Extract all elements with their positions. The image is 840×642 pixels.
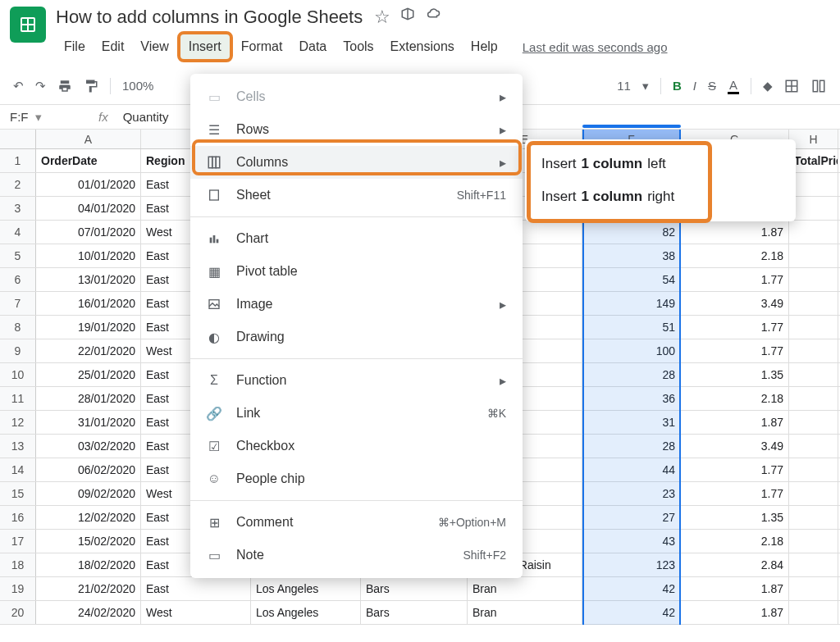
row-header[interactable]: 6 <box>0 268 36 291</box>
cell[interactable]: 07/01/2020 <box>36 221 141 244</box>
row-header[interactable]: 8 <box>0 316 36 339</box>
menu-edit[interactable]: Edit <box>94 34 133 59</box>
row-header[interactable]: 1 <box>0 149 36 172</box>
row-header[interactable]: 18 <box>0 553 36 576</box>
cell[interactable]: 3.49 <box>681 435 789 458</box>
cell[interactable]: 149 <box>582 292 681 315</box>
menu-image[interactable]: Image ▸ <box>190 288 523 321</box>
menu-chart[interactable]: Chart <box>190 222 523 255</box>
cell[interactable]: 12/02/2020 <box>36 506 141 529</box>
merge-icon[interactable] <box>810 79 827 93</box>
menu-checkbox[interactable]: ☑ Checkbox <box>190 430 523 462</box>
cell[interactable]: 123 <box>582 553 681 576</box>
row-header[interactable]: 14 <box>0 458 36 481</box>
cell[interactable]: 24/02/2020 <box>36 601 141 624</box>
row-header[interactable]: 15 <box>0 482 36 505</box>
cell[interactable]: 38 <box>582 244 681 267</box>
strike-button[interactable]: S <box>708 79 716 93</box>
corner[interactable] <box>0 130 36 148</box>
cell[interactable]: 2.18 <box>681 387 789 410</box>
menu-people-chip[interactable]: ☺ People chip <box>190 462 523 495</box>
zoom[interactable]: 100% <box>122 79 153 93</box>
cell[interactable]: 42 <box>582 601 681 624</box>
cell[interactable]: 31/01/2020 <box>36 411 141 434</box>
cell[interactable]: 82 <box>582 221 681 244</box>
cell[interactable]: 19/01/2020 <box>36 316 141 339</box>
cell[interactable]: 04/01/2020 <box>36 197 141 220</box>
cell[interactable]: 1.87 <box>681 411 789 434</box>
cloud-icon[interactable] <box>425 7 441 28</box>
cell[interactable]: 1.77 <box>681 482 789 505</box>
cell[interactable]: 44 <box>582 458 681 481</box>
row-header[interactable]: 5 <box>0 244 36 267</box>
menu-note[interactable]: ▭ Note Shift+F2 <box>190 539 523 571</box>
cell[interactable]: Los Angeles <box>251 577 361 600</box>
cell[interactable]: Bars <box>361 577 468 600</box>
cell[interactable]: 09/02/2020 <box>36 482 141 505</box>
cell[interactable]: 28/01/2020 <box>36 387 141 410</box>
row-header[interactable]: 10 <box>0 363 36 386</box>
cell[interactable] <box>789 530 838 553</box>
star-icon[interactable]: ☆ <box>374 7 390 28</box>
cell[interactable] <box>789 316 838 339</box>
row-header[interactable]: 17 <box>0 530 36 553</box>
cell[interactable]: Los Angeles <box>251 601 361 624</box>
cell[interactable]: 1.87 <box>681 601 789 624</box>
cell[interactable]: 27 <box>582 506 681 529</box>
formula-bar[interactable]: Quantity <box>116 110 176 124</box>
cell[interactable] <box>789 458 838 481</box>
italic-button[interactable]: I <box>693 79 696 93</box>
row-header[interactable]: 19 <box>0 577 36 600</box>
cell[interactable]: 1.77 <box>681 316 789 339</box>
borders-icon[interactable] <box>784 79 799 93</box>
cell[interactable] <box>789 339 838 362</box>
col-header-h[interactable]: H <box>789 130 838 148</box>
cell[interactable]: 2.18 <box>681 244 789 267</box>
cell[interactable]: 1.35 <box>681 363 789 386</box>
paint-format-icon[interactable] <box>84 79 98 93</box>
cell[interactable] <box>789 268 838 291</box>
menu-rows[interactable]: ☰ Rows ▸ <box>190 113 523 146</box>
header-cell[interactable]: OrderDate <box>36 149 141 172</box>
menu-columns[interactable]: Columns ▸ <box>190 146 523 179</box>
row-header[interactable]: 13 <box>0 435 36 458</box>
document-title[interactable]: How to add columns in Google Sheets <box>56 7 363 28</box>
menu-view[interactable]: View <box>132 34 176 59</box>
menu-data[interactable]: Data <box>290 34 335 59</box>
insert-col-right[interactable]: Insert 1 column right <box>525 180 796 213</box>
header-cell[interactable]: TotalPrice <box>789 149 838 172</box>
cell[interactable]: 1.87 <box>681 221 789 244</box>
cell[interactable]: 06/02/2020 <box>36 458 141 481</box>
cell[interactable]: Bran <box>468 577 582 600</box>
cell[interactable]: East <box>141 577 251 600</box>
cell[interactable] <box>789 577 838 600</box>
print-icon[interactable] <box>57 79 72 93</box>
menu-format[interactable]: Format <box>233 34 291 59</box>
menu-link[interactable]: 🔗 Link ⌘K <box>190 397 523 430</box>
cell[interactable]: 10/01/2020 <box>36 244 141 267</box>
cell[interactable]: 1.87 <box>681 577 789 600</box>
menu-cells[interactable]: ▭ Cells ▸ <box>190 80 523 113</box>
cell[interactable]: 2.84 <box>681 553 789 576</box>
cell[interactable]: West <box>141 601 251 624</box>
cell[interactable]: 54 <box>582 268 681 291</box>
cell[interactable]: Bars <box>361 601 468 624</box>
cell[interactable] <box>789 553 838 576</box>
row-header[interactable]: 3 <box>0 197 36 220</box>
cell[interactable]: 1.77 <box>681 458 789 481</box>
cell[interactable] <box>789 221 838 244</box>
cell[interactable]: 03/02/2020 <box>36 435 141 458</box>
move-icon[interactable] <box>400 7 415 28</box>
cell[interactable] <box>789 387 838 410</box>
cell[interactable]: 36 <box>582 387 681 410</box>
row-header[interactable]: 7 <box>0 292 36 315</box>
cell[interactable]: Bran <box>468 601 582 624</box>
cell[interactable]: 21/02/2020 <box>36 577 141 600</box>
cell[interactable]: 18/02/2020 <box>36 553 141 576</box>
menu-comment[interactable]: ⊞ Comment ⌘+Option+M <box>190 506 523 539</box>
cell[interactable]: 43 <box>582 530 681 553</box>
insert-col-left[interactable]: Insert 1 column left <box>525 148 796 180</box>
menu-help[interactable]: Help <box>463 34 506 59</box>
menu-drawing[interactable]: ◐ Drawing <box>190 321 523 353</box>
cell[interactable]: 23 <box>582 482 681 505</box>
